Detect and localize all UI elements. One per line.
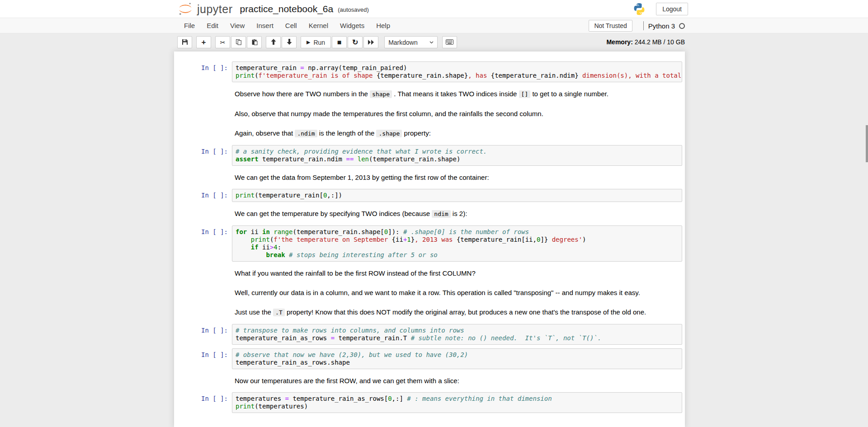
code-line: assert temperature_rain.ndim == len(temp… xyxy=(236,155,679,163)
markdown-cell[interactable]: Now our temperatures are the first ROW, … xyxy=(174,373,685,389)
interrupt-kernel-button[interactable]: ■ xyxy=(332,36,347,48)
menu-item-edit[interactable]: Edit xyxy=(201,22,224,29)
markdown-cell[interactable]: Also, observe that numpy made the temper… xyxy=(174,106,685,122)
cut-icon: ✂ xyxy=(220,39,226,46)
kernel-idle-icon xyxy=(679,23,685,29)
code-cell: In [ ]:for ii in range(temperature_rain.… xyxy=(174,225,685,262)
run-icon: ▶ xyxy=(307,40,310,45)
cell-type-dropdown[interactable]: Markdown xyxy=(384,36,438,48)
cut-cell-button[interactable]: ✂ xyxy=(215,36,230,48)
menu-item-kernel[interactable]: Kernel xyxy=(303,22,334,29)
code-input[interactable]: # a sanity check, providing evidence tha… xyxy=(232,145,682,166)
menu-bar-right: Not Trusted Python 3 xyxy=(589,18,685,33)
run-button-label: Run xyxy=(313,39,325,46)
memory-label: Memory: xyxy=(606,38,632,46)
stop-icon: ■ xyxy=(337,39,342,46)
inline-code: .T xyxy=(273,309,285,316)
code-line: temperatures = temperature_rain_as_rows[… xyxy=(236,395,679,403)
code-line: break # stops being interesting after 5 … xyxy=(236,251,679,259)
markdown-cell[interactable]: Observe how there are TWO numbers in the… xyxy=(174,86,685,102)
inline-code: ndim xyxy=(432,210,450,218)
input-prompt: In [ ]: xyxy=(174,348,232,369)
markdown-cell[interactable]: Well, currently our data is in a column,… xyxy=(174,285,685,300)
menu-item-insert[interactable]: Insert xyxy=(250,22,279,29)
copy-icon xyxy=(236,39,242,46)
code-input[interactable]: temperature_rain = np.array(temp_rain_pa… xyxy=(232,61,682,82)
menu-item-help[interactable]: Help xyxy=(370,22,396,29)
notebook-cells: In [ ]:temperature_rain = np.array(temp_… xyxy=(174,61,685,413)
restart-run-all-icon xyxy=(368,39,374,46)
inline-code: .shape xyxy=(376,130,402,137)
kernel-name[interactable]: Python 3 xyxy=(648,22,675,30)
code-input[interactable]: for ii in range(temperature_rain.shape[0… xyxy=(232,225,682,262)
save-icon xyxy=(182,39,188,46)
keyboard-icon xyxy=(446,39,453,46)
code-line: # transpose to make rows into columns, a… xyxy=(236,327,679,334)
input-prompt: In [ ]: xyxy=(174,324,232,345)
markdown-cell[interactable]: Again, observe that .ndim is the length … xyxy=(174,125,685,141)
command-palette-button[interactable] xyxy=(442,36,457,48)
code-line: if ii>4: xyxy=(236,244,679,251)
code-line: temperature_rain = np.array(temp_rain_pa… xyxy=(236,64,679,72)
code-line: print(temperature_rain[0,:]) xyxy=(236,192,679,199)
code-line: print(f'temperature_rain is of shape {te… xyxy=(236,72,679,80)
menu-item-view[interactable]: View xyxy=(224,22,250,29)
markdown-cell[interactable]: We can get the data from September 1, 20… xyxy=(174,169,685,185)
code-line: print(temperatures) xyxy=(236,403,679,410)
run-button[interactable]: ▶Run xyxy=(301,36,331,48)
jupyter-logo-icon[interactable] xyxy=(177,1,193,17)
code-cell: In [ ]:# a sanity check, providing evide… xyxy=(174,145,685,166)
menu-item-file[interactable]: File xyxy=(178,22,201,29)
inline-code: [] xyxy=(519,90,531,98)
notebook-title[interactable]: practice_notebook_6a xyxy=(240,4,334,14)
menu-bar-items: FileEditViewInsertCellKernelWidgetsHelp xyxy=(178,22,396,29)
header-left: jupyter practice_notebook_6a (autosaved) xyxy=(177,0,369,18)
input-prompt: In [ ]: xyxy=(174,61,232,82)
save-button[interactable] xyxy=(177,36,192,48)
restart-kernel-icon: ↻ xyxy=(352,39,358,46)
notebook-toolbar: + ✂ ▶Run ■ ↻ Markdown Memory: 244.2 MB /… xyxy=(0,33,868,51)
chevron-down-icon xyxy=(429,41,434,44)
add-cell-button[interactable]: + xyxy=(196,36,211,48)
code-input[interactable]: print(temperature_rain[0,:]) xyxy=(232,189,682,202)
autosave-status: (autosaved) xyxy=(338,6,369,13)
move-cell-down-button[interactable] xyxy=(282,36,297,48)
input-prompt: In [ ]: xyxy=(174,145,232,166)
code-input[interactable]: # transpose to make rows into columns, a… xyxy=(232,324,682,345)
input-prompt: In [ ]: xyxy=(174,392,232,413)
jupyter-wordmark[interactable]: jupyter xyxy=(197,3,233,16)
code-cell: In [ ]:# observe that now we have (2,30)… xyxy=(174,348,685,369)
memory-value: 244.2 MB / 10 GB xyxy=(635,38,685,46)
move-cell-up-button[interactable] xyxy=(266,36,281,48)
code-cell: In [ ]:# transpose to make rows into col… xyxy=(174,324,685,345)
code-input[interactable]: # observe that now we have (2,30), but w… xyxy=(232,348,682,369)
notebook-container: In [ ]:temperature_rain = np.array(temp_… xyxy=(174,52,685,427)
code-cell: In [ ]:print(temperature_rain[0,:]) xyxy=(174,189,685,202)
markdown-cell[interactable]: Just use the .T property! Know that this… xyxy=(174,304,685,320)
menu-item-widgets[interactable]: Widgets xyxy=(334,22,370,29)
markdown-cell[interactable]: We can get the temperature by specifying… xyxy=(174,206,685,222)
paste-cell-button[interactable] xyxy=(247,36,262,48)
inline-code: .ndim xyxy=(295,130,317,137)
logout-button[interactable]: Logout xyxy=(656,3,688,15)
code-line: for ii in range(temperature_rain.shape[0… xyxy=(236,228,679,236)
restart-run-all-button[interactable] xyxy=(363,36,378,48)
code-line: temperature_rain_as_rows.shape xyxy=(236,359,679,366)
kernel-separator xyxy=(643,21,644,30)
code-input[interactable]: temperatures = temperature_rain_as_rows[… xyxy=(232,392,682,413)
cell-type-value: Markdown xyxy=(388,39,418,46)
app-header: jupyter practice_notebook_6a (autosaved)… xyxy=(0,0,868,18)
scrollbar-thumb[interactable] xyxy=(866,125,868,162)
trust-status-badge[interactable]: Not Trusted xyxy=(589,20,632,32)
code-cell: In [ ]:temperature_rain = np.array(temp_… xyxy=(174,61,685,82)
input-prompt: In [ ]: xyxy=(174,189,232,202)
code-cell: In [ ]:temperatures = temperature_rain_a… xyxy=(174,392,685,413)
restart-kernel-button[interactable]: ↻ xyxy=(348,36,363,48)
code-line: # observe that now we have (2,30), but w… xyxy=(236,351,679,359)
jupyter-notebook-app: { "header": { "logo_text": "jupyter", "t… xyxy=(0,0,868,427)
menu-item-cell[interactable]: Cell xyxy=(279,22,303,29)
memory-usage: Memory: 244.2 MB / 10 GB xyxy=(606,38,685,46)
move-down-icon xyxy=(287,39,292,46)
markdown-cell[interactable]: What if you wanted the rainfall to be th… xyxy=(174,265,685,281)
copy-cell-button[interactable] xyxy=(231,36,246,48)
